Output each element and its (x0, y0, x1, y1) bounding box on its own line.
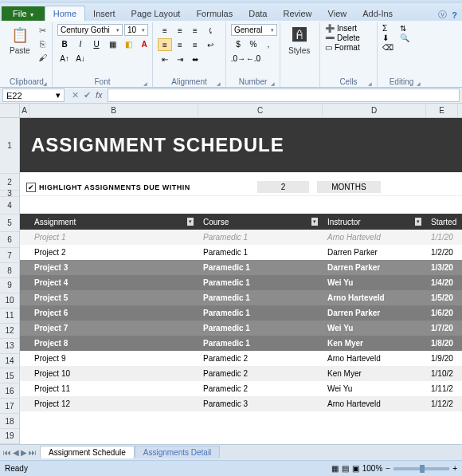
sheet-tab-active[interactable]: Assignment Schedule (40, 446, 135, 458)
minimize-ribbon-icon[interactable]: ⓥ (438, 9, 447, 21)
align-right-button[interactable]: ≡ (188, 38, 202, 51)
orientation-button[interactable]: ⤹ (203, 24, 217, 37)
row-header[interactable]: 12 (0, 324, 19, 339)
tab-insert[interactable]: Insert (85, 6, 123, 21)
formula-input[interactable] (108, 89, 460, 102)
row-header[interactable]: 3 (0, 191, 19, 197)
align-bottom-button[interactable]: ≡ (188, 24, 202, 37)
row-header[interactable]: 4 (0, 197, 19, 214)
tab-next-icon[interactable]: ▶ (21, 448, 27, 457)
decrease-indent-button[interactable]: ⇤ (158, 53, 172, 65)
comma-button[interactable]: , (261, 37, 276, 50)
font-size-combo[interactable]: 10▾ (124, 24, 148, 36)
tab-prev-icon[interactable]: ◀ (13, 448, 19, 457)
tab-review[interactable]: Review (275, 6, 319, 21)
fill-button[interactable]: ⬇ (382, 33, 393, 42)
row-header[interactable]: 6 (0, 232, 19, 248)
font-name-combo[interactable]: Century Gothi▾ (57, 24, 123, 36)
table-row[interactable]: Project 9Paramedic 2Arno Harteveld1/9/20 (20, 351, 462, 366)
tab-addins[interactable]: Add-Ins (354, 6, 401, 21)
row-header[interactable]: 8 (0, 263, 19, 278)
paste-button[interactable]: 📋 Paste (6, 24, 33, 57)
bold-button[interactable]: B (57, 37, 72, 50)
row-header[interactable]: 1 (0, 118, 19, 174)
row-header[interactable]: 7 (0, 248, 19, 263)
italic-button[interactable]: I (73, 37, 88, 50)
cut-icon[interactable]: ✂ (37, 24, 49, 37)
col-instructor[interactable]: Instructor▾ (323, 218, 426, 226)
wrap-text-button[interactable]: ↩ (203, 38, 217, 51)
view-break-icon[interactable]: ▣ (352, 464, 359, 473)
autosum-button[interactable]: Σ (382, 24, 393, 33)
number-format-combo[interactable]: General▾ (231, 24, 277, 36)
filter-dropdown-icon[interactable]: ▾ (311, 218, 318, 226)
row-header[interactable]: 17 (0, 399, 19, 414)
table-row[interactable]: Project 2Paramedic 1Darren Parker1/2/20 (20, 245, 462, 260)
fx-icon[interactable]: fx (96, 90, 103, 100)
zoom-slider[interactable] (393, 467, 449, 470)
row-header[interactable]: 13 (0, 339, 19, 354)
row-header[interactable]: 9 (0, 278, 19, 293)
row-header[interactable]: 2 (0, 174, 19, 191)
highlight-checkbox[interactable]: ✔ (26, 183, 36, 192)
tab-first-icon[interactable]: ⏮ (3, 448, 11, 457)
col-header[interactable]: E (426, 104, 458, 117)
col-course[interactable]: Course▾ (198, 218, 323, 226)
clear-button[interactable]: ⌫ (382, 43, 393, 52)
zoom-thumb[interactable] (420, 465, 425, 473)
sheet-tab-other[interactable]: Assignments Detail (135, 446, 221, 458)
table-row[interactable]: Project 8Paramedic 1Ken Myer1/8/20 (20, 336, 462, 351)
grow-font-button[interactable]: A↑ (57, 52, 72, 65)
insert-button[interactable]: ➕Insert (325, 24, 360, 33)
table-row[interactable]: Project 3Paramedic 1Darren Parker1/3/20 (20, 260, 462, 275)
filter-dropdown-icon[interactable]: ▾ (415, 218, 421, 226)
increase-decimal-button[interactable]: .0→ (231, 52, 245, 65)
table-row[interactable]: Project 4Paramedic 1Wei Yu1/4/20 (20, 275, 462, 290)
shrink-font-button[interactable]: A↓ (73, 52, 88, 65)
grid-body[interactable]: ASSIGNMENT SCHEDULE ✔ HIGHLIGHT ASSIGNME… (20, 118, 462, 444)
tab-last-icon[interactable]: ⏭ (29, 448, 37, 457)
row-header[interactable]: 16 (0, 384, 19, 399)
currency-button[interactable]: $ (231, 37, 245, 50)
increase-indent-button[interactable]: ⇥ (173, 53, 187, 65)
col-header[interactable]: C (198, 104, 323, 117)
table-row[interactable]: Project 7Paramedic 1Wei Yu1/7/20 (20, 321, 462, 336)
percent-button[interactable]: % (246, 37, 260, 50)
fill-color-button[interactable]: ◧ (121, 37, 135, 50)
col-header[interactable]: B (29, 104, 198, 117)
tab-view[interactable]: View (320, 6, 355, 21)
format-painter-icon[interactable]: 🖌 (37, 51, 49, 64)
name-box[interactable]: E22▾ (2, 89, 65, 102)
find-button[interactable]: 🔍 (400, 33, 409, 42)
table-row[interactable]: Project 1Paramedic 1Arno Harteveld1/1/20 (20, 230, 462, 245)
row-header[interactable]: 5 (0, 214, 19, 232)
select-all-corner[interactable] (0, 104, 19, 118)
view-layout-icon[interactable]: ▤ (342, 464, 349, 473)
underline-button[interactable]: U (89, 37, 104, 50)
cancel-formula-icon[interactable]: ✕ (72, 90, 79, 100)
border-button[interactable]: ▦ (105, 37, 119, 50)
zoom-out-button[interactable]: − (386, 464, 390, 473)
align-center-button[interactable]: ≡ (173, 38, 187, 51)
format-button[interactable]: ▭Format (325, 43, 360, 52)
tab-file[interactable]: File (2, 6, 45, 21)
row-header[interactable]: 19 (0, 429, 19, 444)
col-header[interactable]: D (323, 104, 426, 117)
delete-button[interactable]: ➖Delete (325, 33, 360, 42)
tab-data[interactable]: Data (241, 6, 275, 21)
row-header[interactable]: 10 (0, 293, 19, 309)
sort-filter-button[interactable]: ⇅ (400, 24, 409, 33)
col-header[interactable]: A (20, 104, 29, 117)
tab-page-layout[interactable]: Page Layout (123, 6, 189, 21)
zoom-in-button[interactable]: + (452, 464, 457, 473)
align-middle-button[interactable]: ≡ (173, 24, 187, 37)
row-header[interactable]: 11 (0, 309, 19, 324)
row-header[interactable]: 18 (0, 414, 19, 429)
highlight-value[interactable]: 2 (257, 181, 310, 193)
help-icon[interactable]: ? (452, 10, 457, 20)
styles-button[interactable]: 🅰 Styles (285, 24, 313, 57)
col-assignment[interactable]: Assignment▾ (29, 218, 198, 226)
table-row[interactable]: Project 12Paramedic 3Arno Harteveld1/12/… (20, 396, 462, 411)
view-normal-icon[interactable]: ▦ (331, 464, 339, 473)
table-row[interactable]: Project 10Paramedic 2Ken Myer1/10/2 (20, 366, 462, 381)
